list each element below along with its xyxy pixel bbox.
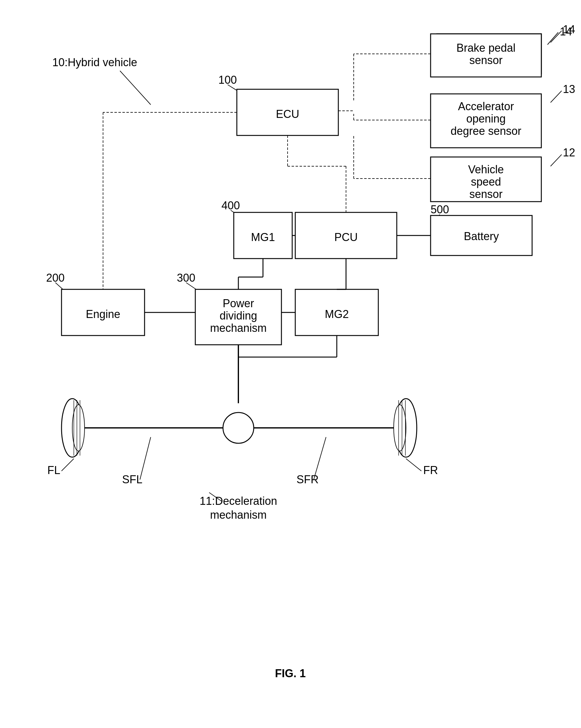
fl-tire-inner	[72, 405, 85, 451]
fl-bracket	[61, 459, 74, 471]
battery-text: Battery	[464, 230, 499, 242]
ref-100: 100	[218, 74, 237, 86]
pdm-text2: dividing	[220, 309, 257, 322]
sfl-label: SFL	[122, 473, 142, 486]
mg1-text: MG1	[251, 231, 275, 243]
ref-12: 12	[563, 146, 575, 159]
fr-label: FR	[423, 464, 438, 476]
svg-line-3	[551, 155, 562, 166]
svg-line-1	[551, 31, 562, 43]
vss-text3: sensor	[469, 188, 503, 200]
brake-pedal-text1: Brake pedal	[456, 42, 516, 54]
acc-text2: opening	[466, 112, 506, 125]
main-diagram: 14 Brake pedal sensor 13 Accelerator ope…	[0, 0, 581, 728]
ecu-text: ECU	[276, 108, 299, 120]
vss-text1: Vehicle	[468, 163, 504, 176]
engine-text: Engine	[86, 308, 120, 320]
pdm-text3: mechanism	[210, 322, 267, 334]
fig-title: FIG. 1	[275, 667, 306, 680]
deceleration-text1: 11:Deceleration	[200, 495, 277, 507]
sfr-bracket	[314, 437, 326, 479]
ref-13: 13	[563, 83, 575, 96]
fl-label: FL	[47, 464, 60, 476]
vss-text2: speed	[471, 176, 501, 188]
pcu-text: PCU	[334, 231, 358, 243]
mg2-text: MG2	[325, 308, 349, 320]
hybrid-vehicle-label: 10:Hybrid vehicle	[52, 56, 137, 69]
sfl-bracket	[140, 437, 151, 479]
ref-300: 300	[177, 271, 195, 284]
brake-pedal-text2: sensor	[469, 54, 503, 67]
ref-400: 400	[221, 199, 240, 212]
ref-500: 500	[431, 203, 449, 216]
ref-14: 14	[563, 23, 575, 36]
pdm-text1: Power	[223, 297, 254, 310]
deceleration-text2: mechanism	[210, 509, 267, 521]
acc-text1: Accelerator	[458, 100, 514, 113]
fr-bracket	[406, 459, 421, 471]
center-diff	[223, 413, 254, 443]
acc-text3: degree sensor	[450, 125, 521, 137]
hv-bracket	[120, 71, 151, 105]
svg-line-2	[551, 91, 562, 103]
fr-tire-inner	[394, 405, 406, 451]
ref-200: 200	[46, 271, 64, 284]
